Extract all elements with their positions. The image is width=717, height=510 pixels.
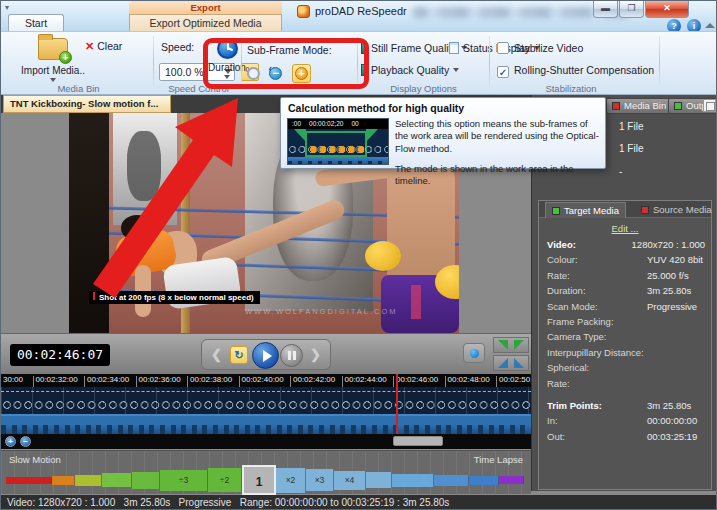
chevron-down-icon bbox=[50, 78, 56, 82]
next-frame-button[interactable]: ❯ bbox=[310, 347, 321, 362]
curve-segment[interactable] bbox=[499, 476, 524, 484]
ruler-label: 00:02:34:00 bbox=[87, 375, 129, 384]
curve-segment[interactable]: ×4 bbox=[334, 471, 366, 490]
property-row: Interpupillary Distance: bbox=[547, 347, 705, 362]
tab-source-media[interactable]: Source Media bbox=[635, 202, 717, 218]
timeline-track[interactable] bbox=[1, 387, 531, 434]
marker-button[interactable] bbox=[463, 343, 485, 363]
tab-target-media[interactable]: Target Media bbox=[545, 202, 626, 218]
ruler-label: 00:02:50:00 bbox=[499, 375, 531, 384]
group-divider bbox=[153, 36, 154, 90]
scrollbar-thumb[interactable] bbox=[393, 436, 443, 446]
ruler-tick bbox=[33, 376, 34, 387]
status-bar: Video: 1280x720 : 1.000 3m 25.80s Progre… bbox=[1, 495, 717, 510]
green-square-icon bbox=[674, 102, 682, 110]
window-title: proDAD ReSpeedr bbox=[315, 5, 407, 17]
tab-start[interactable]: Start bbox=[8, 14, 64, 31]
property-row: Video:1280x720 : 1.000 bbox=[547, 239, 705, 254]
property-row: Camera Type: bbox=[547, 331, 705, 346]
filmstrip-track bbox=[1, 414, 531, 434]
import-media-button[interactable]: + Import Media.. bbox=[21, 36, 85, 90]
speed-curve-panel: Slow Motion Time Lapse ÷3÷21×2×3×4 bbox=[1, 450, 531, 494]
document-icon bbox=[449, 42, 459, 54]
checkbox-checked-icon: ✓ bbox=[497, 66, 509, 78]
clear-button[interactable]: ✕Clear bbox=[85, 40, 122, 56]
previous-frame-button[interactable]: ❮ bbox=[211, 347, 222, 362]
curve-segment[interactable] bbox=[366, 472, 392, 488]
filmstrip-thumb bbox=[288, 157, 389, 165]
curve-segment[interactable] bbox=[132, 472, 160, 489]
transport-bar: 00:02:46:07 ❮ ↻ ❯ bbox=[1, 333, 531, 374]
curve-segment[interactable] bbox=[392, 474, 434, 487]
ruler-tick bbox=[496, 376, 497, 387]
curve-segment[interactable]: ÷2 bbox=[208, 468, 242, 492]
property-row: Frame Packing: bbox=[547, 316, 705, 331]
group-label-media-bin: Media Bin bbox=[21, 83, 136, 94]
curve-segment[interactable] bbox=[52, 476, 75, 485]
boxing-glove bbox=[365, 241, 401, 271]
time-lapse-label: Time Lapse bbox=[474, 454, 523, 465]
ruler-label: 00:02:46:00 bbox=[396, 375, 438, 384]
speed-label: Speed: bbox=[161, 41, 194, 53]
clear-x-icon: ✕ bbox=[85, 40, 94, 52]
loop-button[interactable]: ↻ bbox=[230, 346, 248, 364]
ruler-tick bbox=[393, 376, 394, 387]
curve-segment[interactable] bbox=[102, 473, 132, 487]
work-area-marker-icon bbox=[366, 129, 378, 142]
ruler-label: 30:00 bbox=[3, 375, 23, 384]
playhead[interactable] bbox=[396, 374, 398, 434]
tooltip-body: Selecting this option means the sub-fram… bbox=[395, 118, 601, 188]
zoom-out-icon[interactable]: − bbox=[20, 436, 31, 447]
playback-controls: ❮ ↻ ❯ bbox=[201, 339, 331, 370]
collapse-icon bbox=[514, 358, 524, 368]
ruler-label: 00:02:38:00 bbox=[190, 375, 232, 384]
ruler-tick bbox=[239, 376, 240, 387]
close-button[interactable]: ✕ bbox=[645, 1, 689, 18]
curve-segment[interactable] bbox=[6, 477, 52, 484]
group-divider bbox=[659, 36, 660, 90]
pause-button[interactable] bbox=[280, 344, 303, 367]
info-value: - bbox=[619, 166, 622, 177]
property-row: Out:00:03:25:19 bbox=[547, 431, 705, 446]
expand-view-button[interactable] bbox=[493, 337, 529, 353]
zoom-in-icon[interactable]: + bbox=[5, 436, 16, 447]
playback-quality-button[interactable]: Playback Quality bbox=[361, 64, 459, 76]
video-watermark: WWW.WOLFANGDIGITAL.COM bbox=[245, 307, 398, 316]
stabilize-video-checkbox[interactable]: Stabilize Video bbox=[497, 42, 583, 54]
curve-segment[interactable] bbox=[469, 476, 499, 485]
collapse-view-button[interactable] bbox=[493, 355, 529, 371]
edit-link[interactable]: Edit ... bbox=[539, 223, 711, 234]
collapse-icon bbox=[498, 358, 508, 368]
quick-access-toolbar[interactable]: ▾ bbox=[5, 3, 27, 13]
curve-segment[interactable]: ×2 bbox=[276, 468, 306, 493]
play-button[interactable] bbox=[252, 342, 279, 369]
timeline-scrollbar[interactable]: + − bbox=[1, 434, 531, 449]
curve-segment[interactable] bbox=[434, 475, 469, 486]
panel-layout-toggle[interactable] bbox=[703, 99, 716, 112]
speed-curve-band[interactable]: ÷3÷21×2×3×4 bbox=[1, 465, 531, 495]
property-row: Duration:3m 25.80s bbox=[547, 285, 705, 300]
ruler-tick bbox=[290, 376, 291, 387]
ribbon-collapse-icon[interactable] bbox=[705, 23, 715, 28]
rolling-shutter-checkbox[interactable]: ✓Rolling-Shutter Compensation bbox=[497, 64, 654, 78]
property-row: Rate: bbox=[547, 378, 705, 393]
app-icon bbox=[297, 5, 310, 18]
annotation-circle bbox=[203, 38, 369, 89]
curve-segment[interactable]: ×3 bbox=[306, 469, 334, 491]
minimize-button[interactable]: ▬ bbox=[593, 1, 618, 18]
curve-segment[interactable]: ÷3 bbox=[160, 470, 208, 491]
red-square-icon bbox=[641, 206, 649, 214]
ruler-tick bbox=[342, 376, 343, 387]
curve-segment[interactable] bbox=[75, 475, 102, 486]
curve-segment[interactable]: 1 bbox=[242, 465, 276, 495]
title-bar: ▾ Export proDAD ReSpeedr ▬ ❐ ✕ Start Exp… bbox=[1, 1, 717, 31]
property-row: Trim Points:3m 25.80s bbox=[547, 400, 705, 415]
info-value: 1 File bbox=[619, 143, 643, 154]
tab-export-optimized-media[interactable]: Export Optimized Media bbox=[129, 14, 282, 31]
media-bin-button[interactable]: Media Bin bbox=[606, 98, 672, 114]
video-caption: Shot at 200 fps (8 x below normal speed) bbox=[89, 291, 260, 304]
group-divider bbox=[489, 36, 490, 90]
media-tab-kickboxing[interactable]: TNT Kickboxing- Slow motion f... bbox=[3, 95, 171, 113]
restore-button[interactable]: ❐ bbox=[619, 1, 644, 18]
timeline-ruler[interactable]: 30:0000:02:32:0000:02:34:0000:02:36:0000… bbox=[1, 374, 531, 387]
